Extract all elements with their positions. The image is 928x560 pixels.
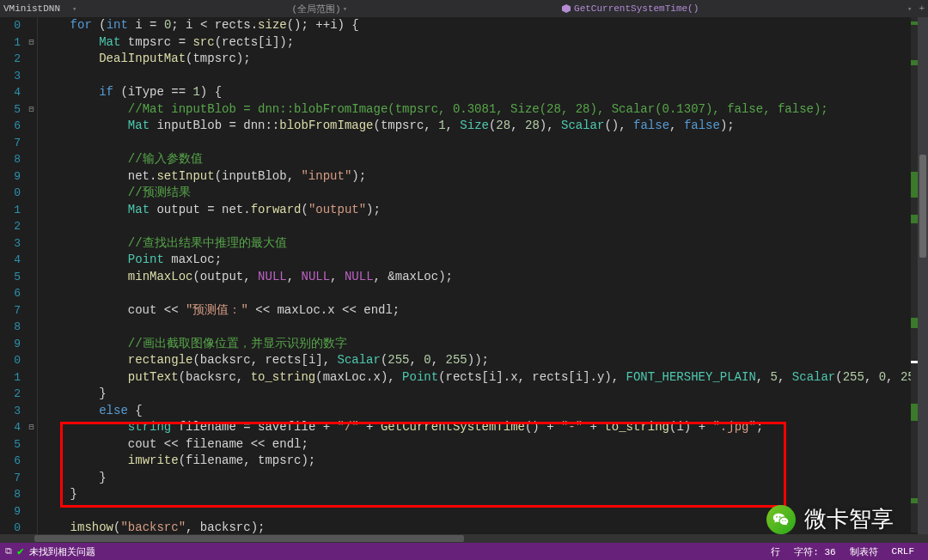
function-dropdown[interactable]: GetCurrentSystemTime() — [562, 3, 699, 14]
line-number: 9 — [0, 168, 21, 186]
code-line[interactable]: //输入参数值 — [41, 151, 928, 168]
code-line[interactable] — [41, 285, 928, 302]
project-name[interactable]: VMinistDNN — [3, 3, 70, 14]
fold-toggle — [26, 352, 37, 369]
code-line[interactable] — [41, 68, 928, 85]
fold-toggle — [26, 84, 37, 101]
line-number: 6 — [0, 285, 21, 302]
wechat-logo-icon — [766, 505, 796, 534]
code-editor[interactable]: 01234567890123456789012345678901 ⊟⊟⊟ for… — [0, 17, 928, 543]
line-number: 9 — [0, 336, 21, 353]
line-number: 3 — [0, 235, 21, 253]
fold-toggle[interactable]: ⊟ — [26, 101, 37, 119]
line-number: 0 — [0, 185, 21, 202]
line-number: 4 — [0, 252, 21, 269]
line-number: 1 — [0, 369, 21, 387]
code-line[interactable]: cout << "预测值：" << maxLoc.x << endl; — [41, 302, 928, 320]
fold-toggle — [26, 185, 37, 202]
horizontal-scrollbar[interactable] — [0, 534, 928, 543]
overview-ruler[interactable] — [911, 17, 918, 533]
cube-icon — [562, 4, 571, 13]
fold-toggle — [26, 68, 37, 85]
status-icon: ⧉ — [5, 546, 12, 557]
fold-toggle — [26, 118, 37, 135]
code-line[interactable]: //查找出结果中推理的最大值 — [41, 235, 928, 253]
fold-toggle — [26, 302, 37, 320]
code-line[interactable]: string filename = savefile + "/" + GetCu… — [41, 419, 928, 436]
scope-dropdown[interactable]: (全局范围) — [291, 3, 340, 15]
line-number: 2 — [0, 51, 21, 68]
code-line[interactable]: DealInputMat(tmpsrc); — [41, 51, 928, 68]
code-line[interactable]: Mat output = net.forward("output"); — [41, 202, 928, 219]
fold-toggle[interactable]: ⊟ — [26, 34, 37, 52]
code-line[interactable] — [41, 135, 928, 152]
vertical-scrollbar[interactable] — [918, 17, 928, 543]
fold-toggle — [26, 17, 37, 34]
fold-toggle[interactable]: ⊟ — [26, 419, 37, 436]
code-line[interactable]: minMaxLoc(output, NULL, NULL, NULL, &max… — [41, 269, 928, 286]
scrollbar-thumb[interactable] — [34, 535, 464, 542]
line-number: 7 — [0, 470, 21, 487]
line-number: 5 — [0, 269, 21, 286]
chevron-down-icon[interactable]: ▾ — [907, 4, 912, 14]
fold-toggle — [26, 235, 37, 253]
fold-toggle — [26, 285, 37, 302]
char-indicator[interactable]: 字符: 36 — [794, 545, 835, 558]
line-number: 5 — [0, 101, 21, 119]
chevron-down-icon[interactable]: ▾ — [72, 4, 76, 14]
fold-toggle — [26, 319, 37, 336]
code-line[interactable] — [41, 218, 928, 235]
fold-toggle — [26, 386, 37, 403]
code-line[interactable]: else { — [41, 403, 928, 420]
chevron-down-icon[interactable]: ▾ — [343, 4, 347, 14]
line-indicator[interactable]: 行 — [771, 545, 780, 558]
watermark: 微卡智享 — [766, 504, 894, 534]
line-number: 7 — [0, 135, 21, 152]
scrollbar-thumb[interactable] — [919, 155, 926, 258]
fold-toggle — [26, 202, 37, 219]
check-icon: ✔ — [17, 545, 24, 558]
line-number: 1 — [0, 34, 21, 52]
line-number: 2 — [0, 218, 21, 235]
fold-toggle — [26, 453, 37, 470]
issues-label[interactable]: 未找到相关问题 — [29, 545, 95, 558]
tabs-indicator[interactable]: 制表符 — [850, 545, 878, 558]
caret-mark — [911, 361, 918, 363]
fold-toggle — [26, 336, 37, 353]
code-line[interactable]: } — [41, 386, 928, 403]
code-line[interactable]: //预测结果 — [41, 185, 928, 202]
fold-toggle — [26, 503, 37, 520]
code-line[interactable]: net.setInput(inputBlob, "input"); — [41, 168, 928, 186]
line-number: 5 — [0, 436, 21, 453]
code-line[interactable]: imwrite(filename, tmpsrc); — [41, 453, 928, 470]
code-line[interactable]: Mat tmpsrc = src(rects[i]); — [41, 34, 928, 52]
line-number: 2 — [0, 386, 21, 403]
code-line[interactable]: } — [41, 470, 928, 487]
plus-icon[interactable]: + — [919, 3, 925, 14]
code-line[interactable]: rectangle(backsrc, rects[i], Scalar(255,… — [41, 352, 928, 369]
code-line[interactable]: //Mat inputBlob = dnn::blobFromImage(tmp… — [41, 101, 928, 119]
line-number: 4 — [0, 84, 21, 101]
code-area[interactable]: for (int i = 0; i < rects.size(); ++i) {… — [38, 17, 928, 543]
fold-toggle — [26, 51, 37, 68]
fold-toggle — [26, 369, 37, 387]
code-line[interactable]: Mat inputBlob = dnn::blobFromImage(tmpsr… — [41, 118, 928, 135]
code-line[interactable]: //画出截取图像位置，并显示识别的数字 — [41, 336, 928, 353]
line-number: 9 — [0, 503, 21, 520]
line-number: 3 — [0, 403, 21, 420]
fold-toggle — [26, 436, 37, 453]
line-number-gutter: 01234567890123456789012345678901 — [0, 17, 26, 543]
code-line[interactable]: for (int i = 0; i < rects.size(); ++i) { — [41, 17, 928, 34]
code-line[interactable]: putText(backsrc, to_string(maxLoc.x), Po… — [41, 369, 928, 387]
eol-indicator[interactable]: CRLF — [892, 546, 914, 557]
code-line[interactable]: if (iType == 1) { — [41, 84, 928, 101]
fold-toggle — [26, 486, 37, 503]
code-line[interactable] — [41, 319, 928, 336]
code-line[interactable]: Point maxLoc; — [41, 252, 928, 269]
code-line[interactable]: cout << filename << endl; — [41, 436, 928, 453]
fold-toggle — [26, 168, 37, 186]
fold-column[interactable]: ⊟⊟⊟ — [26, 17, 38, 543]
line-number: 6 — [0, 118, 21, 135]
code-line[interactable]: } — [41, 486, 928, 503]
fold-toggle — [26, 218, 37, 235]
